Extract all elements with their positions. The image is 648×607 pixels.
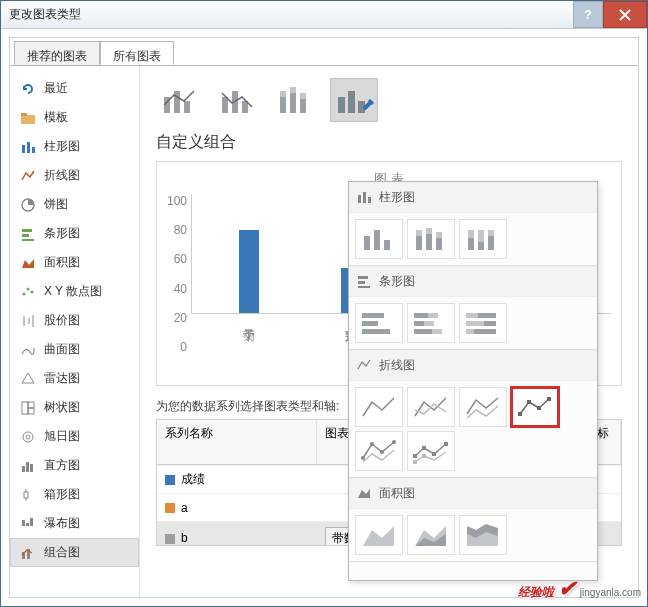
nav-line[interactable]: 折线图 [10, 161, 139, 190]
svg-point-21 [26, 435, 30, 439]
gallery-item[interactable] [459, 515, 507, 555]
svg-rect-36 [222, 97, 228, 113]
nav-label: 柱形图 [44, 138, 80, 155]
combo-subtype-row [156, 78, 622, 122]
svg-rect-43 [300, 99, 306, 113]
gallery-item[interactable] [355, 387, 403, 427]
nav-stock[interactable]: 股价图 [10, 306, 139, 335]
svg-rect-40 [280, 91, 286, 97]
bar-chart-icon [357, 274, 373, 290]
svg-marker-98 [358, 489, 370, 498]
gallery-scroll[interactable]: 柱形图 条形图 [349, 182, 597, 580]
undo-icon [20, 81, 36, 97]
svg-rect-51 [364, 236, 370, 250]
tab-strip: 推荐的图表 所有图表 [10, 37, 174, 65]
gallery-cat-column: 柱形图 [349, 182, 597, 213]
nav-templates[interactable]: 模板 [10, 103, 139, 132]
nav-label: 直方图 [44, 457, 80, 474]
nav-label: 模板 [44, 109, 68, 126]
area-chart-icon [20, 255, 36, 271]
series-header-name: 系列名称 [157, 420, 317, 464]
svg-point-10 [23, 292, 26, 295]
svg-rect-3 [27, 142, 30, 153]
svg-rect-83 [466, 329, 474, 334]
box-chart-icon [20, 487, 36, 503]
combo-subtype-3[interactable] [272, 78, 320, 122]
svg-point-11 [27, 287, 30, 290]
nav-box[interactable]: 箱形图 [10, 480, 139, 509]
line-chart-icon [20, 168, 36, 184]
nav-area[interactable]: 面积图 [10, 248, 139, 277]
nav-treemap[interactable]: 树状图 [10, 393, 139, 422]
close-button[interactable] [603, 1, 647, 28]
combo-subtype-2[interactable] [214, 78, 262, 122]
svg-rect-52 [374, 230, 380, 250]
nav-scatter[interactable]: X Y 散点图 [10, 277, 139, 306]
gallery-item[interactable] [407, 431, 455, 471]
nav-column[interactable]: 柱形图 [10, 132, 139, 161]
combo-title: 自定义组合 [156, 132, 622, 153]
nav-bar[interactable]: 条形图 [10, 219, 139, 248]
svg-rect-34 [174, 91, 180, 113]
svg-point-89 [370, 442, 374, 446]
gallery-item-line-markers[interactable] [511, 387, 559, 427]
gallery-item[interactable] [407, 515, 455, 555]
nav-label: 雷达图 [44, 370, 80, 387]
tab-recommended[interactable]: 推荐的图表 [14, 41, 100, 65]
gallery-item[interactable] [407, 219, 455, 259]
svg-rect-18 [28, 402, 34, 408]
gallery-item[interactable] [355, 515, 403, 555]
stock-chart-icon [20, 313, 36, 329]
gallery-item[interactable] [407, 387, 455, 427]
gallery-item[interactable] [459, 219, 507, 259]
svg-rect-23 [26, 462, 29, 472]
radar-chart-icon [20, 371, 36, 387]
gallery-cat-line: 折线图 [349, 350, 597, 381]
svg-rect-45 [338, 97, 345, 113]
svg-rect-75 [424, 321, 434, 326]
waterfall-icon [20, 516, 36, 532]
gallery-item[interactable] [355, 219, 403, 259]
nav-label: 组合图 [44, 544, 80, 561]
gallery-item[interactable] [355, 431, 403, 471]
gallery-item[interactable] [459, 303, 507, 343]
svg-rect-67 [358, 281, 365, 284]
svg-rect-65 [488, 230, 494, 236]
combo-subtype-1[interactable] [156, 78, 204, 122]
nav-combo[interactable]: 组合图 [10, 538, 139, 567]
combo-chart-icon [20, 545, 36, 561]
svg-rect-54 [416, 236, 422, 250]
gallery-item[interactable] [355, 303, 403, 343]
series-color-icon [165, 475, 175, 485]
nav-label: 树状图 [44, 399, 80, 416]
treemap-icon [20, 400, 36, 416]
nav-histogram[interactable]: 直方图 [10, 451, 139, 480]
combo-subtype-custom[interactable] [330, 78, 378, 122]
gallery-item[interactable] [459, 387, 507, 427]
nav-radar[interactable]: 雷达图 [10, 364, 139, 393]
gallery-item[interactable] [407, 303, 455, 343]
svg-rect-2 [22, 145, 25, 153]
nav-label: X Y 散点图 [44, 283, 102, 300]
nav-waterfall[interactable]: 瀑布图 [10, 509, 139, 538]
tab-all[interactable]: 所有图表 [100, 41, 174, 65]
help-button[interactable]: ? [573, 1, 603, 28]
watermark: 经验啦 ✔ jingyanla.com [518, 576, 641, 602]
surface-chart-icon [20, 342, 36, 358]
svg-rect-29 [26, 523, 29, 526]
svg-rect-44 [300, 93, 306, 99]
svg-rect-70 [362, 321, 378, 326]
nav-recent[interactable]: 最近 [10, 74, 139, 103]
svg-rect-39 [280, 97, 286, 113]
svg-rect-85 [527, 400, 531, 404]
nav-label: 面积图 [44, 254, 80, 271]
svg-rect-57 [426, 228, 432, 234]
nav-surface[interactable]: 曲面图 [10, 335, 139, 364]
gallery-cat-label: 折线图 [379, 357, 415, 374]
svg-marker-99 [363, 526, 394, 546]
nav-sunburst[interactable]: 旭日图 [10, 422, 139, 451]
nav-pie[interactable]: 饼图 [10, 190, 139, 219]
gallery-cat-label: 面积图 [379, 485, 415, 502]
svg-rect-68 [358, 286, 370, 288]
svg-rect-93 [422, 446, 426, 450]
